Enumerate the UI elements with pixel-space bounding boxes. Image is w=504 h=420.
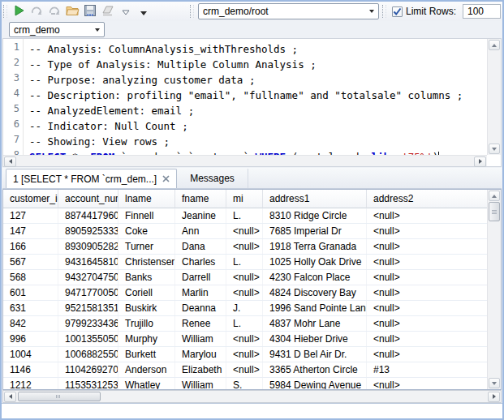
table-row[interactable]: 100410068825500BurkettMarylou<null>9431 … (3, 347, 501, 362)
table-cell[interactable]: 4824 Discovery Bay (263, 285, 367, 300)
table-cell[interactable]: William (175, 378, 226, 390)
editor-horizontal-scrollbar[interactable] (3, 155, 487, 166)
code-line[interactable]: -- Purpose: analyzing customer data ; (29, 72, 486, 88)
table-cell[interactable]: 147 (3, 224, 58, 238)
table-cell[interactable]: Marylou (175, 347, 226, 362)
table-cell[interactable]: Ann (175, 224, 226, 238)
table-cell[interactable]: Burkett (118, 347, 175, 362)
table-cell[interactable]: <null> (367, 378, 488, 390)
table-cell[interactable]: <null> (226, 270, 263, 285)
table-cell[interactable]: William (175, 332, 226, 346)
table-row[interactable]: 56894327047500BanksDarrell<null>4230 Fal… (3, 270, 501, 285)
scroll-right-button[interactable] (474, 156, 486, 167)
table-row[interactable]: 99610013550500MurphyWilliam<null>4304 Hi… (3, 332, 501, 347)
table-cell[interactable]: L. (226, 208, 263, 223)
tab-messages[interactable]: Messages (177, 169, 248, 188)
toolbar-grip[interactable] (382, 5, 386, 18)
table-cell[interactable]: 88744179606 (58, 208, 118, 223)
clear-editor-button[interactable] (99, 3, 117, 19)
table-cell[interactable]: 8310 Ridge Circle (263, 208, 367, 223)
table-cell[interactable]: 4837 Mohr Lane (263, 316, 367, 331)
scroll-down-button[interactable] (489, 378, 500, 388)
table-cell[interactable]: 631 (3, 301, 58, 315)
table-cell[interactable]: 1146 (3, 362, 58, 377)
table-cell[interactable]: Murphy (118, 332, 175, 346)
column-header-account_num[interactable]: account_num (58, 190, 118, 208)
close-icon[interactable] (162, 175, 170, 182)
table-cell[interactable]: 166 (3, 239, 58, 254)
table-row[interactable]: 14789059253334CokeAnn<null>7685 Imperial… (3, 224, 501, 239)
grid-horizontal-scrollbar[interactable] (2, 390, 502, 403)
table-cell[interactable]: 89309052824 (58, 239, 118, 254)
table-cell[interactable]: Coke (118, 224, 175, 238)
table-cell[interactable]: 1996 Sand Pointe Lane (263, 301, 367, 315)
table-cell[interactable]: <null> (367, 270, 488, 285)
table-cell[interactable]: <null> (367, 208, 488, 223)
table-cell[interactable]: Finnell (118, 208, 175, 223)
toolbar-grip[interactable] (190, 5, 194, 18)
table-cell[interactable]: 94717700500 (58, 285, 118, 300)
table-row[interactable]: 56794316458106ChristensenCharlesL.1025 H… (3, 255, 501, 270)
table-row[interactable]: 114611042692700AndersonElizabeth<null>33… (3, 362, 501, 378)
table-cell[interactable]: 1918 Terra Granada (263, 239, 367, 254)
run-query-button[interactable] (10, 3, 28, 19)
code-line[interactable]: -- Indicator: Null Count ; (29, 118, 486, 134)
scroll-up-button[interactable] (489, 40, 500, 50)
text-size-dropdown-button[interactable] (117, 3, 135, 19)
table-row[interactable]: 12788744179606FinnellJeanineL.8310 Ridge… (3, 208, 501, 224)
table-cell[interactable]: <null> (367, 285, 488, 300)
table-cell[interactable]: <null> (367, 347, 488, 362)
table-cell[interactable]: Anderson (118, 362, 175, 377)
toolbar-grip[interactable] (3, 5, 7, 18)
scroll-up-button[interactable] (489, 191, 500, 201)
table-cell[interactable]: J. (226, 301, 263, 315)
table-cell[interactable]: Deanna (175, 301, 226, 315)
table-cell[interactable]: 567 (3, 255, 58, 269)
scroll-down-button[interactable] (489, 144, 500, 154)
scrollbar-thumb[interactable] (489, 202, 500, 221)
column-header-mi[interactable]: mi (226, 190, 263, 208)
table-cell[interactable]: Turner (118, 239, 175, 254)
scrollbar-thumb[interactable] (18, 392, 101, 401)
table-cell[interactable]: 11042692700 (58, 362, 118, 377)
table-cell[interactable]: Trujillo (118, 316, 175, 331)
table-cell[interactable]: 127 (3, 208, 58, 223)
column-header-customer_id[interactable]: customer_id (3, 190, 58, 208)
code-line[interactable]: -- Type of Analysis: Multiple Column Ana… (29, 57, 486, 72)
code-line[interactable]: SELECT * FROM `crm_demo`.`customer` WHER… (29, 149, 486, 155)
column-header-address1[interactable]: address1 (263, 190, 367, 208)
code-line[interactable]: -- Showing: View rows ; (29, 134, 486, 149)
table-cell[interactable]: 3365 Atherton Circle (263, 362, 367, 377)
scroll-left-button[interactable] (4, 156, 16, 167)
table-cell[interactable]: 10013550500 (58, 332, 118, 346)
table-cell[interactable]: 842 (3, 316, 58, 331)
table-cell[interactable]: Charles (175, 255, 226, 269)
table-cell[interactable]: 568 (3, 270, 58, 285)
table-cell[interactable]: Coriell (118, 285, 175, 300)
table-cell[interactable]: Christensen (118, 255, 175, 269)
table-cell[interactable]: Renee (175, 316, 226, 331)
table-cell[interactable]: 89059253334 (58, 224, 118, 238)
connection-selector[interactable]: crm_demo/root (198, 3, 379, 19)
table-cell[interactable]: <null> (226, 362, 263, 377)
table-cell[interactable]: 1212 (3, 378, 58, 390)
code-area[interactable]: -- Analysis: ColumnAnalysis_withThreshol… (24, 39, 486, 155)
open-file-button[interactable] (63, 3, 81, 19)
code-line[interactable]: -- Analysis: ColumnAnalysis_withThreshol… (29, 41, 486, 57)
table-cell[interactable]: <null> (367, 239, 488, 254)
save-file-button[interactable] (81, 3, 99, 19)
table-row[interactable]: 63195215813517BuskirkDeannaJ.1996 Sand P… (3, 301, 501, 316)
table-cell[interactable]: <null> (367, 332, 488, 346)
scroll-right-button[interactable] (488, 392, 500, 402)
tab-result-1[interactable]: 1 [SELECT * FROM `crm_dem...] (6, 169, 177, 188)
table-row[interactable]: 60194717700500CoriellMarlin<null>4824 Di… (3, 285, 501, 301)
execute-batch-button[interactable] (45, 3, 63, 19)
table-row[interactable]: 16689309052824TurnerDana<null>1918 Terra… (3, 239, 501, 255)
table-cell[interactable]: Whatley (118, 378, 175, 390)
grid-vertical-scrollbar[interactable] (487, 190, 501, 389)
scroll-left-button[interactable] (4, 392, 16, 402)
sql-editor[interactable]: 12345678 -- Analysis: ColumnAnalysis_wit… (2, 38, 502, 167)
editor-vertical-scrollbar[interactable] (487, 39, 501, 155)
table-cell[interactable]: Marlin (175, 285, 226, 300)
table-cell[interactable]: <null> (367, 301, 488, 315)
